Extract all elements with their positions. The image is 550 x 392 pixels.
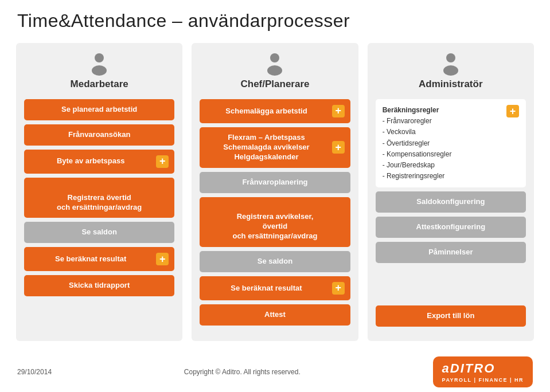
person-icon-chef bbox=[262, 51, 287, 76]
plus-icon-berakningsregler: + bbox=[506, 105, 519, 117]
btn-attest[interactable]: Attest bbox=[200, 304, 350, 326]
btn-export-till-lon[interactable]: Export till lön bbox=[376, 305, 526, 327]
column-administrator: Administratör Beräkningsregler - Frånvar… bbox=[368, 43, 534, 341]
btn-se-beraknat-resultat-med[interactable]: Se beräknat resultat + bbox=[24, 247, 174, 271]
columns-area: Medarbetare Se planerad arbetstid Frånva… bbox=[0, 37, 550, 347]
person-icon-admin bbox=[438, 51, 463, 76]
footer-copyright: Copyright © Aditro. All rights reserved. bbox=[184, 368, 301, 376]
column-header-admin: Administratör bbox=[376, 51, 526, 90]
info-box-berakningsregler: Beräkningsregler - Frånvaroregler - Veck… bbox=[376, 99, 526, 187]
btn-se-saldon-med[interactable]: Se saldon bbox=[24, 222, 174, 243]
btn-se-saldon-chef[interactable]: Se saldon bbox=[200, 251, 350, 272]
btn-skicka-tidrapport[interactable]: Skicka tidrapport bbox=[24, 275, 174, 296]
footer-date: 29/10/2014 bbox=[17, 368, 52, 376]
plus-icon-byte: + bbox=[156, 155, 169, 168]
btn-franvaroansökan[interactable]: Frånvaroansökan bbox=[24, 124, 174, 146]
aditro-logo: aDITRO PAYROLL | FINANCE | HR bbox=[433, 356, 533, 387]
btn-se-beraknat-resultat-chef[interactable]: Se beräknat resultat + bbox=[200, 276, 350, 300]
svg-point-2 bbox=[270, 53, 279, 62]
column-medarbetare: Medarbetare Se planerad arbetstid Frånva… bbox=[16, 43, 182, 341]
btn-schemalaegga-arbetstid[interactable]: Schemalägga arbetstid + bbox=[200, 99, 350, 123]
btn-flexram[interactable]: Flexram – Arbetspass Schemalagda avvikel… bbox=[200, 127, 350, 168]
btn-attestkonfigurering[interactable]: Attestkonfigurering bbox=[376, 217, 526, 238]
btn-registrera-avvikelser[interactable]: Registrera avvikelser, övertid och ersät… bbox=[200, 197, 350, 248]
aditro-tagline: PAYROLL | FINANCE | HR bbox=[442, 377, 524, 383]
plus-icon-beraknat-chef: + bbox=[332, 282, 345, 295]
svg-point-0 bbox=[95, 53, 104, 62]
column-title-medarbetare: Medarbetare bbox=[71, 79, 128, 90]
person-icon-medarbetare bbox=[87, 51, 112, 76]
btn-paminnelser[interactable]: Påminnelser bbox=[376, 242, 526, 263]
column-chef-planerare: Chef/Planerare Schemalägga arbetstid + F… bbox=[192, 43, 358, 341]
btn-saldokonfigurering[interactable]: Saldokonfigurering bbox=[376, 191, 526, 213]
plus-icon-beraknat-med: + bbox=[156, 253, 169, 265]
btn-registrera-overtid[interactable]: Registrera övertid och ersättningar/avdr… bbox=[24, 178, 174, 218]
aditro-badge: aDITRO PAYROLL | FINANCE | HR bbox=[433, 356, 533, 387]
plus-icon-schema: + bbox=[332, 105, 345, 117]
aditro-name: aDITRO bbox=[442, 361, 496, 376]
page-title: Time&Attendance – användarprocesser bbox=[0, 0, 550, 37]
column-header-medarbetare: Medarbetare bbox=[24, 51, 174, 90]
column-title-chef: Chef/Planerare bbox=[240, 79, 309, 90]
btn-se-planerad-arbetstid[interactable]: Se planerad arbetstid bbox=[24, 99, 174, 120]
svg-point-1 bbox=[92, 65, 107, 76]
footer: 29/10/2014 Copyright © Aditro. All right… bbox=[0, 351, 550, 392]
svg-point-4 bbox=[446, 53, 455, 62]
btn-byte-av-arbetspass[interactable]: Byte av arbetspass + bbox=[24, 150, 174, 174]
column-header-chef: Chef/Planerare bbox=[200, 51, 350, 90]
berakningsregler-text: Beräkningsregler - Frånvaroregler - Veck… bbox=[383, 105, 502, 182]
plus-icon-flexram: + bbox=[332, 141, 345, 154]
btn-franvaroplanering[interactable]: Frånvaroplanering bbox=[200, 172, 350, 193]
svg-point-3 bbox=[267, 65, 282, 76]
column-title-admin: Administratör bbox=[419, 79, 482, 90]
svg-point-5 bbox=[443, 65, 458, 76]
